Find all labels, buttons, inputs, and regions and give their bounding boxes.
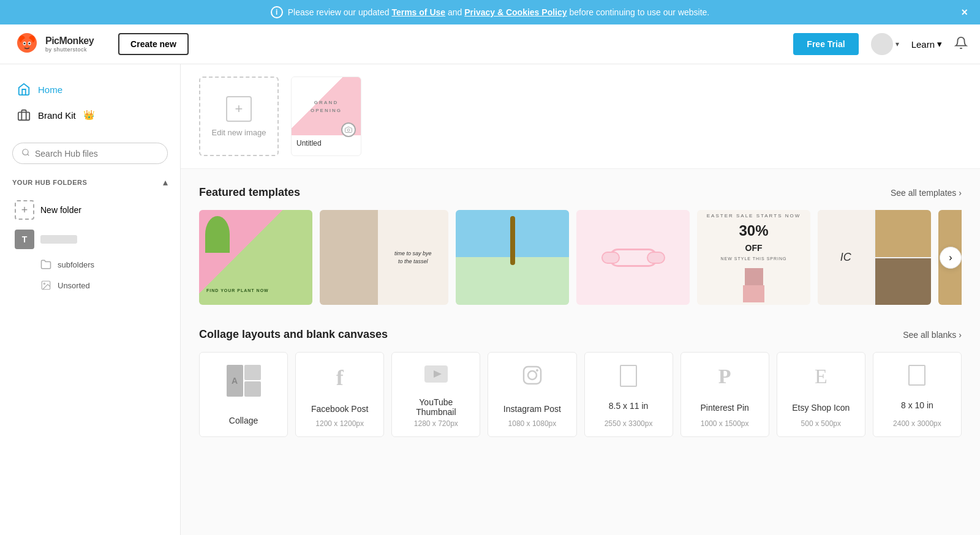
blank-card-instagram-post[interactable]: Instagram Post 1080 x 1080px: [488, 352, 576, 437]
blank-card-collage[interactable]: A Collage: [199, 352, 288, 437]
subfolders-label: subfolders: [58, 260, 94, 269]
featured-templates-title: Featured templates: [199, 186, 300, 199]
new-folder-item[interactable]: + New folder: [12, 195, 168, 225]
subfolders-item[interactable]: subfolders: [12, 254, 168, 275]
see-all-templates-link[interactable]: See all templates ›: [891, 188, 962, 198]
file-label: Untitled: [292, 135, 361, 151]
svg-point-12: [43, 283, 45, 284]
logo-text: PicMonkey: [45, 36, 94, 47]
template-card-3[interactable]: [456, 210, 569, 305]
search-input-wrap[interactable]: [12, 143, 168, 164]
free-trial-button[interactable]: Free Trial: [793, 33, 858, 55]
privacy-link[interactable]: Privacy & Cookies Policy: [464, 7, 567, 17]
announcement-banner: i Please review our updated Terms of Use…: [0, 0, 980, 24]
template-card-4[interactable]: [576, 210, 690, 305]
crown-icon: 👑: [83, 110, 95, 121]
t-folder-item[interactable]: T: [12, 225, 168, 254]
folder-avatar: T: [15, 230, 34, 249]
etsy-shop-icon-size: 500 x 500px: [801, 419, 841, 428]
new-folder-icon: +: [15, 200, 34, 220]
svg-point-13: [347, 129, 350, 132]
terms-link[interactable]: Terms of Use: [391, 7, 445, 17]
info-icon: i: [271, 6, 283, 18]
template-card-5[interactable]: EASTER SALE STARTS NOW 30% OFF NEW STYLE…: [697, 210, 810, 305]
facebook-post-label: Facebook Post: [311, 404, 368, 414]
sidebar-item-brand-kit[interactable]: Brand Kit 👑: [12, 102, 168, 128]
instagram-icon: [522, 365, 543, 391]
svg-point-18: [536, 369, 538, 372]
close-icon[interactable]: ×: [961, 6, 968, 19]
pinterest-icon: P: [718, 365, 731, 388]
notification-bell-button[interactable]: [954, 36, 968, 53]
image-icon: [40, 280, 51, 291]
instagram-post-label: Instagram Post: [503, 404, 561, 414]
learn-button[interactable]: Learn ▾: [911, 39, 942, 50]
hub-folders-header: YOUR HUB FOLDERS ▴: [12, 176, 168, 188]
unsorted-item[interactable]: Unsorted: [12, 275, 168, 296]
template-card-1[interactable]: FIND YOUR PLANT NOW: [199, 210, 312, 305]
create-new-button[interactable]: Create new: [118, 33, 189, 55]
8x10-label: 8 x 10 in: [901, 400, 933, 410]
main-content: + Edit new image GRAND OPENING: [181, 64, 980, 535]
featured-templates-section: Featured templates See all templates › F…: [181, 169, 980, 311]
header: PicMonkey by shutterstock Create new Fre…: [0, 24, 980, 64]
camera-icon: [341, 122, 356, 137]
blank-card-facebook-post[interactable]: f Facebook Post 1200 x 1200px: [295, 352, 384, 437]
avatar-chevron-icon: ▾: [895, 40, 899, 48]
sidebar-item-home-label: Home: [38, 84, 62, 95]
see-all-templates-arrow: ›: [959, 188, 962, 198]
search-icon: [21, 148, 30, 159]
banner-text: Please review our updated Terms of Use a…: [288, 7, 710, 17]
sidebar-item-brand-kit-label: Brand Kit: [38, 110, 76, 121]
avatar[interactable]: [871, 33, 893, 55]
logo-icon: [12, 31, 42, 58]
blank-card-8x10[interactable]: 8 x 10 in 2400 x 3000px: [873, 352, 962, 437]
svg-point-9: [23, 149, 28, 155]
sidebar-item-home[interactable]: Home: [12, 77, 168, 102]
add-new-icon: +: [226, 96, 252, 122]
search-input[interactable]: [35, 149, 159, 159]
document-icon: [620, 365, 637, 387]
blank-card-youtube-thumbnail[interactable]: YouTube Thumbnail 1280 x 720px: [391, 352, 480, 437]
recent-file-untitled[interactable]: GRAND OPENING Untitled: [291, 77, 361, 156]
youtube-thumbnail-size: 1280 x 720px: [414, 419, 458, 428]
folder-icon: [40, 259, 51, 270]
hub-folders-section: YOUR HUB FOLDERS ▴ + New folder T subfol…: [0, 176, 180, 296]
home-icon: [17, 83, 31, 96]
svg-line-10: [28, 154, 29, 156]
logo[interactable]: PicMonkey by shutterstock: [12, 31, 94, 58]
8-5x11-label: 8.5 x 11 in: [609, 401, 649, 411]
blank-card-pinterest-pin[interactable]: P Pinterest Pin 1000 x 1500px: [680, 352, 769, 437]
template-card-6[interactable]: IC: [818, 210, 931, 305]
svg-rect-16: [524, 367, 541, 384]
youtube-thumbnail-label: YouTube Thumbnail: [399, 397, 472, 417]
learn-chevron-icon: ▾: [937, 39, 942, 50]
main-layout: Home Brand Kit 👑: [0, 64, 980, 535]
template-card-2[interactable]: time to say byeto the tassel: [320, 210, 448, 305]
edit-new-image-card[interactable]: + Edit new image: [199, 77, 279, 156]
collage-thumb: A: [227, 365, 261, 397]
etsy-icon: E: [815, 365, 827, 388]
blank-card-8-5x11[interactable]: 8.5 x 11 in 2550 x 3300px: [584, 352, 673, 437]
pinterest-pin-label: Pinterest Pin: [701, 403, 749, 413]
blank-card-etsy-shop-icon[interactable]: E Etsy Shop Icon 500 x 500px: [777, 352, 865, 437]
folder-name-label: [40, 235, 77, 244]
pinterest-pin-size: 1000 x 1500px: [701, 419, 749, 428]
svg-point-7: [29, 43, 31, 45]
bell-icon: [954, 36, 968, 50]
featured-templates-header: Featured templates See all templates ›: [199, 186, 962, 199]
facebook-post-size: 1200 x 1200px: [315, 419, 364, 428]
templates-next-button[interactable]: ›: [940, 247, 962, 269]
collage-label: Collage: [229, 416, 258, 425]
instagram-post-size: 1080 x 1080px: [508, 419, 557, 428]
svg-point-6: [24, 43, 26, 45]
briefcase-icon: [17, 108, 31, 122]
avatar-dropdown[interactable]: ▾: [871, 33, 899, 55]
sidebar-nav: Home Brand Kit 👑: [0, 77, 180, 128]
logo-subtext: by shutterstock: [45, 47, 94, 53]
document-icon-2: [908, 365, 925, 386]
see-all-blanks-link[interactable]: See all blanks ›: [903, 330, 962, 340]
collapse-folders-button[interactable]: ▴: [163, 176, 168, 188]
8x10-size: 2400 x 3000px: [893, 419, 941, 428]
svg-rect-8: [18, 112, 29, 120]
